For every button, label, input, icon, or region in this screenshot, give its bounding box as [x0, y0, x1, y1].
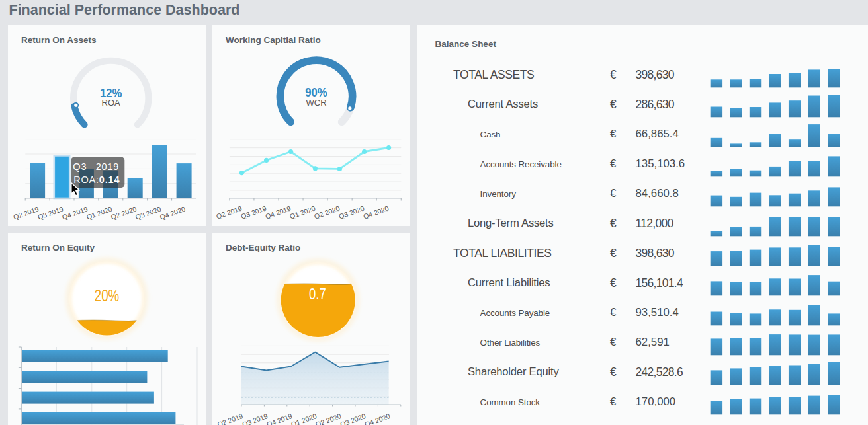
svg-text:Q4 2020: Q4 2020 — [159, 205, 187, 221]
svg-text:Q3 2019: Q3 2019 — [239, 204, 267, 221]
svg-text:Q2 2020: Q2 2020 — [313, 204, 341, 221]
svg-text:Q3 2019: Q3 2019 — [36, 205, 64, 221]
svg-text:0.7: 0.7 — [309, 286, 326, 302]
svg-text:20%: 20% — [95, 286, 119, 305]
svg-text:Q3 2020: Q3 2020 — [337, 204, 365, 221]
svg-text:Q4 2019: Q4 2019 — [61, 205, 89, 221]
svg-text:Q4 2019: Q4 2019 — [264, 204, 292, 221]
svg-text:Q4 2019: Q4 2019 — [265, 412, 293, 425]
svg-text:ROA: ROA — [102, 98, 121, 108]
svg-text:ROA:0.14: ROA:0.14 — [73, 174, 120, 185]
svg-text:Q32019: Q32019 — [73, 161, 119, 172]
svg-text:Q4 2020: Q4 2020 — [362, 204, 390, 221]
svg-text:Q1 2020: Q1 2020 — [290, 412, 318, 425]
svg-text:Q2 2019: Q2 2019 — [216, 412, 244, 425]
svg-text:Q2 2020: Q2 2020 — [314, 412, 342, 425]
svg-text:Q3 2019: Q3 2019 — [241, 412, 269, 425]
svg-text:Q1 2020: Q1 2020 — [288, 204, 316, 221]
svg-text:Q2 2019: Q2 2019 — [12, 205, 40, 221]
svg-text:Q2 2020: Q2 2020 — [110, 205, 138, 221]
svg-text:WCR: WCR — [306, 98, 326, 108]
svg-text:Q2 2019: Q2 2019 — [215, 204, 243, 221]
svg-text:Q4 2020: Q4 2020 — [363, 412, 391, 425]
svg-text:Q3 2020: Q3 2020 — [134, 205, 162, 221]
svg-text:Q1 2020: Q1 2020 — [85, 205, 113, 221]
svg-text:Q3 2020: Q3 2020 — [339, 412, 367, 425]
